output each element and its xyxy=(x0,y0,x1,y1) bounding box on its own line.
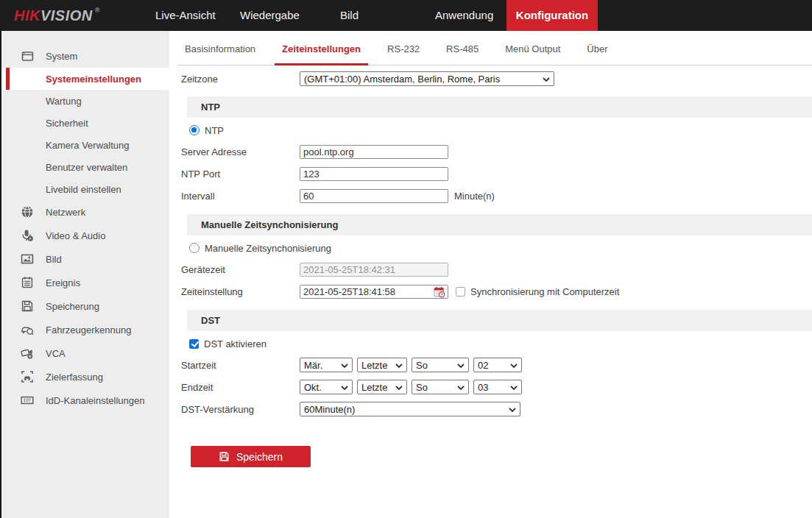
dst-end-week-select[interactable]: Letzte xyxy=(357,380,407,394)
tab-rs-485[interactable]: RS-485 xyxy=(439,41,486,65)
sidebar-item-livebild-einstellen[interactable]: Livebild einstellen xyxy=(0,178,169,200)
target-capture-icon xyxy=(21,370,34,383)
nav-item-anwendung[interactable]: Anwendung xyxy=(435,0,493,31)
ntp-port-input[interactable] xyxy=(300,167,448,181)
manual-sync-radio-row: Manuelle Zeitsynchonisierung xyxy=(189,242,331,254)
dst-start-day-value: So xyxy=(416,360,428,371)
server-address-row: Server Adresse xyxy=(181,144,812,159)
timezone-select[interactable]: (GMT+01:00) Amsterdam, Berlin, Rome, Par… xyxy=(300,71,554,86)
set-time-label: Zeiteinstellung xyxy=(181,286,300,297)
interval-input[interactable] xyxy=(300,189,448,203)
save-floppy-icon xyxy=(219,451,230,462)
sidebar-item-label: VCA xyxy=(46,348,66,359)
calendar-picker-icon[interactable] xyxy=(434,286,445,298)
hikvision-logo: HIKVISION® xyxy=(14,0,100,31)
dst-start-hour-select[interactable]: 02 xyxy=(473,358,522,372)
sidebar-item-system[interactable]: System xyxy=(0,44,169,68)
sidebar-item-label: System xyxy=(46,51,77,62)
dst-bias-row: DST-Verstärkung 60Minute(n) xyxy=(181,402,812,416)
nav-item-wiedergabe[interactable]: Wiedergabe xyxy=(240,0,300,31)
interval-row: Intervall Minute(n) xyxy=(181,188,812,203)
dst-start-week-select[interactable]: Letzte xyxy=(357,358,407,372)
chevron-down-icon xyxy=(395,363,403,368)
ntp-section-header: NTP xyxy=(187,96,812,118)
timezone-label: Zeitzone xyxy=(181,74,300,85)
sidebar-item-kamera-verwaltung[interactable]: Kamera Verwaltung xyxy=(0,134,169,156)
manual-sync-section-header: Manuelle Zeitsynchonisierung xyxy=(187,214,812,235)
device-time-row: Gerätezeit xyxy=(181,262,812,277)
dst-end-row: Endzeit Okt. Letzte So 03 xyxy=(181,380,812,394)
sidebar-item-label: Netzwerk xyxy=(46,207,85,218)
timezone-selected-value: (GMT+01:00) Amsterdam, Berlin, Rome, Par… xyxy=(304,74,500,85)
chevron-down-icon xyxy=(510,386,518,390)
sidebar-item-label: Bild xyxy=(46,254,62,265)
logo-registered-mark: ® xyxy=(95,7,100,14)
logo-hik: HIK xyxy=(14,7,40,24)
chevron-down-icon xyxy=(543,77,550,82)
save-button[interactable]: Speichern xyxy=(191,446,311,467)
set-time-input[interactable] xyxy=(300,285,448,299)
chevron-down-icon xyxy=(341,363,348,368)
sidebar-item-label: Systemeinstellungen xyxy=(46,74,141,85)
dst-enable-checkbox[interactable] xyxy=(189,339,199,349)
sidebar-item-benutzer-verwalten[interactable]: Benutzer verwalten xyxy=(0,156,169,178)
tab-basisinformation[interactable]: Basisinformation xyxy=(177,41,263,65)
dst-start-month-select[interactable]: Mär. xyxy=(300,358,353,372)
nav-item-konfiguration[interactable]: Konfiguration xyxy=(506,0,598,31)
sidebar-item-wartung[interactable]: Wartung xyxy=(0,90,169,112)
chevron-down-icon xyxy=(510,363,518,368)
dst-bias-label: DST-Verstärkung xyxy=(181,404,300,415)
ntp-radio-label: NTP xyxy=(205,125,224,136)
nav-item-bild[interactable]: Bild xyxy=(340,0,359,31)
sidebar-item-netzwerk[interactable]: Netzwerk xyxy=(0,200,169,224)
ntp-radio[interactable] xyxy=(189,125,200,135)
sidebar-item-label: IdD-Kanaleinstellungen xyxy=(46,395,144,406)
tab-rs-232[interactable]: RS-232 xyxy=(380,41,427,65)
sidebar-item-speicherung[interactable]: Speicherung xyxy=(0,294,169,318)
sidebar-item-fahrzeugerkennung[interactable]: Fahrzeugerkennung xyxy=(0,318,169,341)
dst-bias-select[interactable]: 60Minute(n) xyxy=(300,402,520,416)
ntp-radio-row: NTP xyxy=(189,124,224,136)
sidebar-item-label: Livebild einstellen xyxy=(46,184,121,195)
set-time-row: Zeiteinstellung Synchronisierung mit Com… xyxy=(181,284,812,299)
dst-section-header: DST xyxy=(187,310,812,331)
sync-computer-time-label: Synchronisierung mit Computerzeit xyxy=(470,286,619,297)
nav-item-live-ansicht[interactable]: Live-Ansicht xyxy=(155,0,216,31)
sidebar-item-systemeinstellungen[interactable]: Systemeinstellungen xyxy=(0,68,169,90)
manual-sync-radio[interactable] xyxy=(189,243,200,253)
selected-indicator-bar xyxy=(6,68,10,90)
sidebar-item-ereignis[interactable]: Ereignis xyxy=(0,271,169,294)
interval-label: Intervall xyxy=(181,191,300,202)
sidebar-item-label: Zielerfassung xyxy=(46,372,103,383)
sidebar-item-label: Speicherung xyxy=(46,301,99,312)
sidebar-item-bild[interactable]: Bild xyxy=(0,247,169,271)
sync-computer-time-checkbox[interactable] xyxy=(456,287,465,297)
server-address-input[interactable] xyxy=(300,145,448,159)
svg-text:IOT: IOT xyxy=(24,397,32,402)
sidebar-item-vca[interactable]: VCA xyxy=(0,341,169,365)
vca-camera-icon xyxy=(21,347,34,360)
server-address-label: Server Adresse xyxy=(181,146,300,157)
sidebar-item-idd-kanaleinstellungen[interactable]: IOT IdD-Kanaleinstellungen xyxy=(0,388,169,412)
tab-ueber[interactable]: Über xyxy=(579,41,615,65)
vehicle-search-icon xyxy=(21,323,34,336)
sidebar-item-zielerfassung[interactable]: Zielerfassung xyxy=(0,365,169,388)
tab-zeiteinstellungen[interactable]: Zeiteinstellungen xyxy=(275,41,368,65)
timezone-row: Zeitzone (GMT+01:00) Amsterdam, Berlin, … xyxy=(181,71,812,86)
dst-enable-row: DST aktivieren xyxy=(189,338,266,350)
dst-end-day-select[interactable]: So xyxy=(412,380,469,394)
chevron-down-icon xyxy=(457,363,465,368)
dst-end-month-value: Okt. xyxy=(304,382,322,393)
dst-start-day-select[interactable]: So xyxy=(412,358,469,372)
dst-start-month-value: Mär. xyxy=(304,360,322,371)
dst-end-week-value: Letzte xyxy=(361,382,387,393)
dst-enable-label: DST aktivieren xyxy=(204,338,266,350)
sidebar-item-video-audio[interactable]: Video & Audio xyxy=(0,224,169,247)
dst-end-hour-select[interactable]: 03 xyxy=(473,380,522,394)
iot-icon: IOT xyxy=(21,394,34,407)
dst-end-month-select[interactable]: Okt. xyxy=(300,380,353,394)
manual-sync-radio-label: Manuelle Zeitsynchonisierung xyxy=(205,243,331,254)
sidebar-item-sicherheit[interactable]: Sicherheit xyxy=(0,112,169,134)
storage-floppy-icon xyxy=(21,299,34,313)
tab-menu-output[interactable]: Menü Output xyxy=(498,41,568,65)
